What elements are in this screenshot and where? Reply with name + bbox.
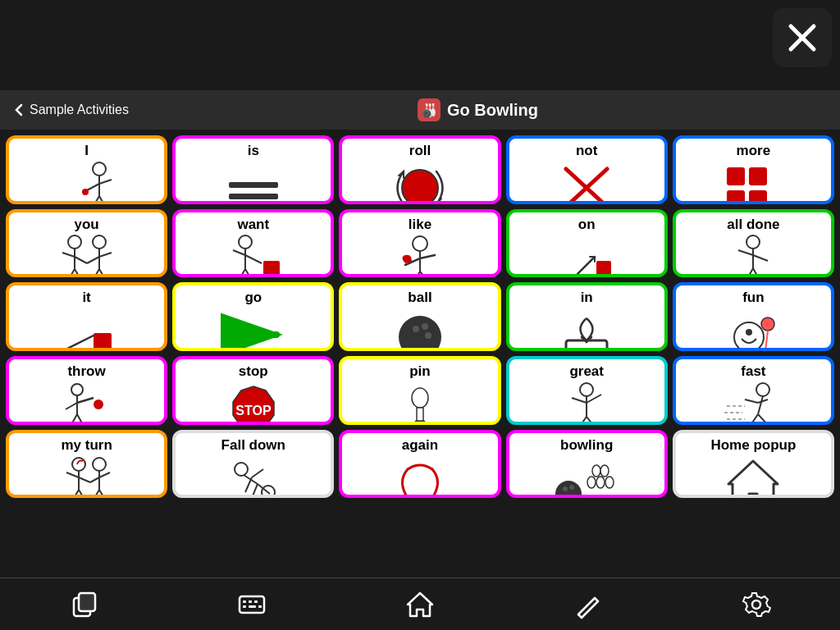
copy-icon bbox=[69, 590, 98, 619]
keyboard-icon bbox=[237, 590, 267, 619]
svg-marker-125 bbox=[728, 461, 778, 498]
svg-line-43 bbox=[420, 272, 430, 277]
card-not-label: not bbox=[576, 144, 597, 159]
svg-line-27 bbox=[87, 257, 99, 263]
card-want[interactable]: want bbox=[172, 209, 334, 278]
card-I[interactable]: I bbox=[6, 135, 167, 204]
card-ball[interactable]: ball bbox=[339, 282, 500, 351]
svg-point-118 bbox=[569, 485, 574, 490]
card-stop-label: stop bbox=[239, 364, 268, 380]
close-button[interactable] bbox=[773, 8, 832, 67]
pencil-button[interactable] bbox=[565, 582, 611, 628]
card-fast[interactable]: fast bbox=[673, 356, 834, 425]
gear-button[interactable] bbox=[733, 582, 779, 628]
card-fun-image bbox=[679, 306, 828, 351]
svg-text:STOP: STOP bbox=[235, 404, 272, 418]
svg-line-72 bbox=[77, 414, 85, 425]
svg-line-49 bbox=[738, 250, 753, 255]
svg-point-47 bbox=[746, 235, 760, 249]
bowling-icon: 🎳 bbox=[418, 98, 441, 121]
svg-point-59 bbox=[413, 326, 419, 332]
card-pin-label: pin bbox=[409, 364, 431, 380]
card-on[interactable]: on bbox=[506, 209, 668, 278]
svg-line-87 bbox=[758, 396, 763, 414]
svg-line-100 bbox=[79, 490, 87, 498]
card-fall-down[interactable]: Fall down bbox=[172, 430, 334, 499]
card-roll-label: roll bbox=[409, 144, 431, 159]
card-is-label: is bbox=[248, 144, 259, 159]
card-you[interactable]: you bbox=[6, 209, 167, 278]
svg-point-8 bbox=[82, 189, 89, 195]
card-throw[interactable]: throw bbox=[6, 356, 167, 425]
card-great[interactable]: great bbox=[506, 356, 668, 425]
svg-line-98 bbox=[79, 477, 90, 482]
card-ball-label: ball bbox=[408, 290, 431, 306]
svg-line-54 bbox=[62, 335, 95, 351]
svg-line-90 bbox=[749, 414, 758, 425]
card-fall-down-image bbox=[179, 453, 327, 498]
card-great-label: great bbox=[569, 364, 604, 380]
svg-line-21 bbox=[62, 253, 75, 257]
card-all-done[interactable]: all done bbox=[673, 209, 834, 278]
svg-point-25 bbox=[93, 235, 106, 249]
svg-line-30 bbox=[99, 269, 107, 277]
card-go-image bbox=[179, 306, 327, 351]
card-like-label: like bbox=[409, 217, 431, 233]
svg-rect-132 bbox=[243, 605, 246, 608]
svg-point-19 bbox=[68, 235, 81, 249]
card-not[interactable]: not bbox=[506, 135, 668, 204]
svg-line-23 bbox=[66, 269, 75, 277]
card-bowling[interactable]: bowling bbox=[506, 430, 668, 499]
svg-line-111 bbox=[252, 484, 258, 498]
svg-rect-14 bbox=[727, 167, 745, 185]
card-want-label: want bbox=[237, 217, 269, 233]
card-roll-image bbox=[345, 159, 494, 204]
card-throw-label: throw bbox=[67, 364, 105, 380]
svg-line-91 bbox=[758, 414, 768, 425]
card-great-image bbox=[513, 380, 661, 425]
svg-line-52 bbox=[753, 268, 761, 277]
card-I-image bbox=[12, 159, 161, 204]
card-like[interactable]: like bbox=[339, 209, 500, 278]
card-all-done-label: all done bbox=[727, 217, 779, 233]
copy-button[interactable] bbox=[61, 582, 107, 628]
svg-line-70 bbox=[66, 403, 77, 409]
card-my-turn[interactable]: my turn bbox=[6, 430, 167, 499]
card-go[interactable]: go bbox=[172, 282, 334, 351]
svg-point-121 bbox=[596, 477, 605, 488]
card-fun[interactable]: fun bbox=[673, 282, 834, 351]
svg-point-31 bbox=[239, 235, 252, 249]
card-again[interactable]: again bbox=[339, 430, 500, 499]
svg-line-4 bbox=[87, 184, 99, 190]
card-go-label: go bbox=[244, 290, 262, 306]
card-pin[interactable]: pin bbox=[339, 356, 500, 425]
home-button[interactable] bbox=[397, 582, 443, 628]
svg-point-140 bbox=[752, 600, 760, 609]
svg-line-69 bbox=[77, 398, 94, 403]
card-throw-image bbox=[12, 380, 161, 425]
svg-point-78 bbox=[412, 388, 428, 408]
card-roll[interactable]: roll bbox=[339, 135, 500, 204]
svg-line-71 bbox=[69, 414, 77, 425]
card-in[interactable]: in bbox=[506, 282, 668, 351]
card-more[interactable]: more ↗ bbox=[673, 135, 834, 204]
card-is[interactable]: is bbox=[172, 135, 334, 204]
svg-rect-16 bbox=[727, 190, 745, 204]
svg-line-42 bbox=[412, 272, 420, 277]
card-stop[interactable]: stop STOP bbox=[172, 356, 334, 425]
svg-point-11 bbox=[402, 170, 438, 204]
back-button[interactable]: Sample Activities bbox=[13, 103, 129, 117]
card-more-label: more bbox=[737, 144, 771, 159]
svg-rect-15 bbox=[749, 167, 767, 185]
svg-line-5 bbox=[99, 180, 112, 184]
svg-line-36 bbox=[245, 269, 253, 277]
card-again-label: again bbox=[402, 438, 438, 454]
svg-point-63 bbox=[734, 322, 764, 351]
card-fast-label: fast bbox=[741, 364, 765, 380]
card-it[interactable]: it bbox=[6, 282, 167, 351]
card-home-popup[interactable]: Home popup bbox=[673, 430, 834, 499]
svg-point-122 bbox=[587, 477, 596, 488]
header: Sample Activities 🎳 Go Bowling bbox=[0, 90, 840, 130]
keyboard-button[interactable] bbox=[229, 582, 275, 628]
svg-line-84 bbox=[577, 417, 587, 425]
